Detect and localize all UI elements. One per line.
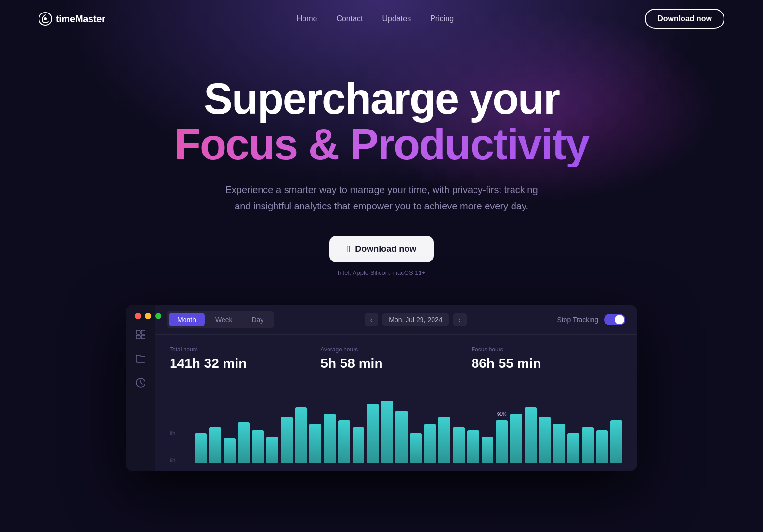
stat-total-value: 141h 32 min	[170, 356, 320, 371]
chart-y-label-6h: 6h	[170, 457, 175, 463]
nav-item-pricing[interactable]: Pricing	[430, 14, 454, 23]
chart-bar	[353, 427, 365, 463]
nav-links: Home Contact Updates Pricing	[297, 14, 454, 23]
hero-download-button[interactable]:  Download now	[329, 236, 434, 262]
minimize-dot[interactable]	[145, 313, 151, 319]
stat-total-label: Total hours	[170, 346, 320, 353]
chart-area: 8h 6h 91%	[155, 383, 637, 471]
chart-bar	[309, 424, 321, 463]
chart-bars: 91%	[195, 401, 622, 463]
stat-average-hours: Average hours 5h 58 min	[320, 346, 471, 371]
chart-bar	[252, 430, 264, 463]
tab-day[interactable]: Day	[243, 313, 272, 326]
hero-title-line2: Focus & Productivity	[10, 122, 753, 168]
nav-item-updates[interactable]: Updates	[382, 14, 411, 23]
close-dot[interactable]	[135, 313, 141, 319]
app-layout: Month Week Day ‹ Mon, Jul 29, 2024 › Sto…	[126, 305, 637, 471]
nav-item-home[interactable]: Home	[297, 14, 317, 23]
chart-bar	[410, 433, 422, 463]
view-tabs: Month Week Day	[167, 311, 274, 328]
hero-subtitle: Experience a smarter way to manage your …	[218, 182, 545, 214]
window-controls	[135, 313, 161, 319]
logo-icon	[39, 12, 52, 26]
stat-avg-label: Average hours	[320, 346, 471, 353]
maximize-dot[interactable]	[155, 313, 161, 319]
nav-download-button[interactable]: Download now	[645, 9, 724, 29]
chart-bar	[467, 430, 479, 463]
hero-cta:  Download now Intel, Apple Silicon. mac…	[10, 236, 753, 276]
folder-icon[interactable]	[135, 353, 146, 364]
svg-rect-2	[136, 330, 140, 334]
tracking-toggle[interactable]	[604, 314, 625, 325]
chart-bar	[596, 430, 608, 463]
nav-item-contact[interactable]: Contact	[336, 14, 363, 23]
apple-icon: 	[347, 244, 350, 255]
chart-bar	[209, 427, 221, 463]
tab-month[interactable]: Month	[169, 313, 205, 326]
prev-date-button[interactable]: ‹	[365, 313, 378, 326]
app-toolbar: Month Week Day ‹ Mon, Jul 29, 2024 › Sto…	[155, 305, 637, 335]
chart-y-label-8h: 8h	[170, 430, 175, 436]
chart-bar	[453, 427, 465, 463]
chart-bar	[438, 417, 450, 463]
current-date: Mon, Jul 29, 2024	[382, 313, 449, 326]
stat-focus-label: Focus hours	[472, 346, 622, 353]
chart-bar	[367, 404, 379, 463]
app-sidebar	[126, 305, 155, 471]
tab-week[interactable]: Week	[207, 313, 241, 326]
chart-bar	[525, 407, 537, 463]
app-preview: Month Week Day ‹ Mon, Jul 29, 2024 › Sto…	[126, 305, 637, 471]
hero-section: Supercharge your Focus & Productivity Ex…	[0, 38, 763, 305]
chart-bar	[610, 420, 622, 463]
dashboard-icon[interactable]	[135, 329, 146, 340]
chart-bar	[424, 424, 436, 463]
chart-bar	[338, 420, 350, 463]
svg-rect-5	[141, 335, 145, 339]
logo[interactable]: timeMaster	[39, 12, 105, 26]
clock-icon[interactable]	[135, 377, 146, 388]
hero-footnote: Intel, Apple Silicon. macOS 11+	[338, 269, 425, 276]
logo-text: timeMaster	[56, 13, 105, 25]
stop-tracking-area: Stop Tracking	[557, 314, 625, 325]
stat-focus-hours: Focus hours 86h 55 min	[472, 346, 622, 371]
chart-bar	[395, 411, 408, 463]
chart-bar	[281, 417, 293, 463]
svg-point-1	[44, 17, 47, 20]
stop-tracking-label: Stop Tracking	[557, 316, 598, 324]
chart-bar	[195, 433, 207, 463]
chart-bar	[582, 427, 594, 463]
navbar: timeMaster Home Contact Updates Pricing …	[0, 0, 763, 38]
chart-bar	[539, 417, 551, 463]
chart-bar	[567, 433, 579, 463]
chart-bar	[224, 438, 236, 463]
svg-rect-3	[141, 330, 145, 334]
chart-bar	[381, 401, 393, 463]
date-navigation: ‹ Mon, Jul 29, 2024 ›	[365, 313, 466, 326]
app-main-content: Month Week Day ‹ Mon, Jul 29, 2024 › Sto…	[155, 305, 637, 471]
chart-bar	[266, 437, 278, 463]
toggle-knob	[615, 315, 624, 324]
chart-bar	[510, 414, 522, 463]
stat-focus-value: 86h 55 min	[472, 356, 622, 371]
stat-total-hours: Total hours 141h 32 min	[170, 346, 320, 371]
stat-avg-value: 5h 58 min	[320, 356, 471, 371]
stats-row: Total hours 141h 32 min Average hours 5h…	[155, 335, 637, 383]
chart-bar	[553, 424, 565, 463]
chart-bar	[324, 414, 336, 463]
bar-peak-label: 91%	[497, 412, 507, 417]
chart-bar	[238, 422, 250, 463]
next-date-button[interactable]: ›	[453, 313, 467, 326]
hero-title-line1: Supercharge your	[10, 76, 753, 122]
chart-bar: 91%	[496, 420, 508, 463]
svg-rect-4	[136, 335, 140, 339]
chart-bar	[295, 407, 307, 463]
chart-bar	[482, 437, 494, 463]
